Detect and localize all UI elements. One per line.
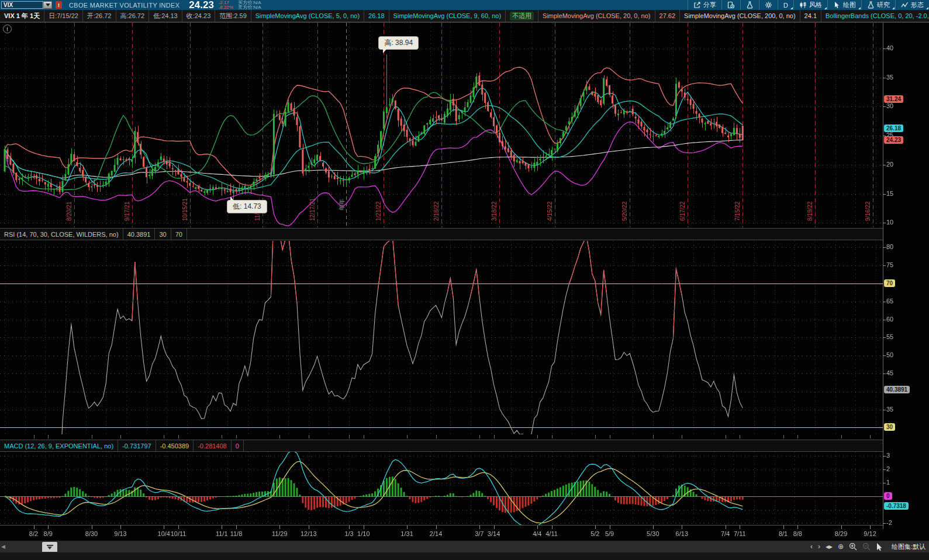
macd-label-row: MACD (12, 26, 9, EXPONENTIAL, no) -0.731…	[0, 440, 883, 452]
auto-center-button[interactable]: ⊕	[838, 541, 844, 552]
chevron-down-icon	[46, 4, 50, 6]
dropdown-corner-icon	[790, 7, 793, 9]
study-label-bollinger[interactable]: BollingerBands (CLOSE, 0, 20, -2.0, 2.0,…	[821, 10, 929, 22]
study-label-sma5[interactable]: SimpleMovingAvg (CLOSE, 5, 0, no)	[251, 10, 364, 22]
ask-price: 卖方价:N/A	[238, 5, 261, 10]
share-button[interactable]: 分享	[688, 0, 721, 10]
ohlc-close: 收:24.23	[182, 10, 216, 22]
dropdown-corner-icon	[858, 7, 861, 9]
chart-info-bar: VIX 1 年 1天 日:7/15/22 开:26.72 高:26.72 低:2…	[0, 10, 929, 22]
trading-platform-window: ! CBOE MARKET VOLATILITY INDEX 24.23 -2.…	[0, 0, 929, 560]
na-badge: 不适用	[510, 12, 534, 20]
style-label: 风格	[809, 1, 822, 9]
study-label-sma20[interactable]: SimpleMovingAvg (CLOSE, 20, 0, no)	[538, 10, 655, 22]
settings-button[interactable]	[759, 0, 778, 10]
ohlc-high: 高:26.72	[116, 10, 150, 22]
macd-signal-value: -0.450389	[156, 440, 194, 451]
macd-zero-value: 0	[232, 440, 244, 451]
interval-label: D	[783, 2, 788, 9]
alert-flag-icon[interactable]: !	[56, 1, 62, 9]
chart-canvas[interactable]	[0, 0, 929, 560]
zoom-out-button[interactable]	[862, 542, 871, 551]
handle-bar-icon	[47, 545, 53, 546]
flask-icon	[867, 1, 875, 9]
macd-diff-value: -0.281408	[194, 440, 232, 451]
bottom-scroll-bar: ◀ ‹ › ◂▸ ⊕ 绘图集:默认	[0, 541, 929, 552]
ohlc-date: 日:7/15/22	[44, 10, 83, 22]
pointer-tool-button[interactable]	[876, 542, 883, 551]
page-next-button[interactable]: ›	[818, 541, 820, 552]
rsi-oversold-level: 30	[155, 229, 171, 240]
study-label-sma9[interactable]: SimpleMovingAvg (CLOSE, 9, 60, no)	[389, 10, 506, 22]
timeline-collapse-handle[interactable]	[42, 542, 57, 552]
alert-icon[interactable]: !	[3, 25, 12, 33]
share-label: 分享	[703, 1, 716, 9]
symbol-description: CBOE MARKET VOLATILITY INDEX	[69, 2, 179, 9]
analyze-button[interactable]	[740, 0, 759, 10]
scroll-left-icon[interactable]: ◀	[1, 544, 5, 549]
study-label: 研究	[877, 1, 890, 9]
price-change-percent: -8.22%	[219, 5, 233, 10]
chart-nav-controls: ‹ › ◂▸ ⊕	[810, 541, 883, 552]
last-price: 24.23	[189, 0, 214, 10]
ohlc-low: 低:24.13	[149, 10, 182, 22]
rsi-value: 40.3891	[123, 229, 156, 240]
study-value-sma9: 不适用	[506, 10, 538, 22]
rsi-label-row: RSI (14, 70, 30, CLOSE, WILDERS, no) 40.…	[0, 228, 883, 240]
drawing-set-label[interactable]: 绘图集:默认	[892, 542, 925, 551]
study-value-sma20: 27.62	[655, 10, 681, 22]
study-value-sma5: 26.18	[364, 10, 389, 22]
ohlc-open: 开:26.72	[83, 10, 116, 22]
gear-icon	[765, 1, 772, 9]
macd-study-label[interactable]: MACD (12, 26, 9, EXPONENTIAL, no)	[0, 440, 118, 451]
symbol-dropdown-button[interactable]	[43, 1, 52, 9]
style-button[interactable]: 风格	[793, 0, 827, 10]
handle-triangle-icon	[47, 547, 52, 549]
macd-value: -0.731797	[118, 440, 156, 451]
toolbar-button-group: 分享 D	[688, 0, 929, 10]
cursor-icon	[833, 1, 841, 9]
symbol-input-group	[1, 1, 52, 9]
rsi-study-label[interactable]: RSI (14, 70, 30, CLOSE, WILDERS, no)	[0, 229, 123, 240]
interval-button[interactable]: D	[778, 0, 793, 10]
pattern-label: 形态	[911, 1, 924, 9]
report-button[interactable]	[721, 0, 740, 10]
draw-button[interactable]: 绘图	[827, 0, 861, 10]
flask-icon	[746, 1, 754, 9]
symbol-input[interactable]	[1, 1, 43, 9]
price-change-stack: -2.17 -8.22%	[219, 1, 233, 10]
top-toolbar: ! CBOE MARKET VOLATILITY INDEX 24.23 -2.…	[0, 0, 929, 10]
study-label-sma200[interactable]: SimpleMovingAvg (CLOSE, 200, 0, no)	[680, 10, 800, 22]
chart-title: VIX 1 年 1天	[0, 10, 44, 22]
dropdown-corner-icon	[926, 7, 928, 9]
share-icon	[693, 1, 701, 9]
bottom-strip	[0, 552, 929, 560]
rsi-overbought-level: 70	[171, 229, 187, 240]
report-icon	[727, 1, 735, 9]
study-button[interactable]: 研究	[861, 0, 895, 10]
candlestick-icon	[799, 1, 807, 9]
zigzag-chart-icon	[901, 1, 909, 9]
dropdown-corner-icon	[824, 7, 827, 9]
pan-mode-button[interactable]: ◂▸	[826, 541, 833, 552]
draw-label: 绘图	[843, 1, 856, 9]
bid-ask-stack: 买方价:N/A 卖方价:N/A	[238, 1, 261, 10]
study-value-sma200: 24.1	[800, 10, 821, 22]
ohlc-range: 范围:2.59	[215, 10, 251, 22]
zoom-in-button[interactable]	[849, 542, 857, 551]
dropdown-corner-icon	[892, 7, 895, 9]
page-prev-button[interactable]: ‹	[810, 541, 813, 552]
pattern-button[interactable]: 形态	[895, 0, 929, 10]
